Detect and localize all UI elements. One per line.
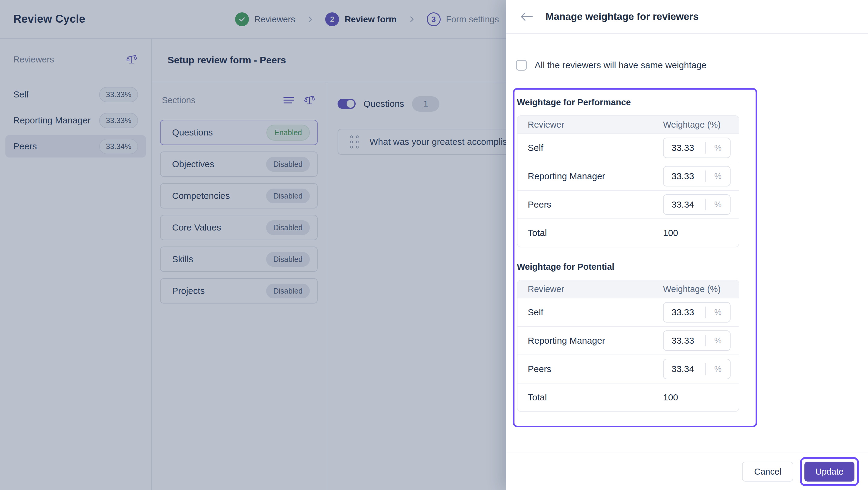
input-wrap: % (663, 302, 731, 322)
table-header-row: Reviewer Weightage (%) (518, 116, 739, 133)
row-label: Reporting Manager (518, 336, 663, 346)
update-button[interactable]: Update (804, 462, 855, 482)
app-root: Review Cycle Reviewers 2 Review form 3 F… (0, 0, 868, 490)
update-highlight-ring: Update (800, 457, 859, 486)
weightage-input-potential-self[interactable] (664, 307, 705, 318)
manage-weightage-drawer: Manage weightage for reviewers All the r… (506, 0, 868, 490)
table-row: Reporting Manager % (518, 162, 739, 190)
same-weightage-checkbox[interactable] (516, 60, 527, 70)
same-weightage-row: All the reviewers will have same weighta… (516, 60, 868, 70)
input-wrap: % (663, 330, 731, 351)
percent-suffix: % (706, 308, 730, 317)
percent-suffix: % (706, 365, 730, 374)
row-label: Self (518, 307, 663, 317)
percent-suffix: % (706, 336, 730, 345)
weightage-input-performance-peers[interactable] (664, 199, 705, 210)
weightage-input-performance-self[interactable] (664, 142, 705, 153)
weightage-table: Reviewer Weightage (%) Self % Reporting … (517, 280, 739, 412)
table-total-row: Total 100 (518, 219, 739, 247)
table-row: Self % (518, 298, 739, 326)
same-weightage-label: All the reviewers will have same weighta… (535, 60, 707, 70)
table-row: Peers % (518, 190, 739, 219)
input-wrap: % (663, 194, 731, 215)
potential-weightage-block: Weightage for Potential Reviewer Weighta… (517, 262, 755, 412)
back-arrow-icon[interactable] (520, 11, 533, 22)
drawer-footer: Cancel Update (506, 453, 868, 490)
block-title: Weightage for Potential (517, 262, 755, 272)
drawer-body: All the reviewers will have same weighta… (506, 60, 868, 427)
column-header: Reviewer (518, 284, 663, 294)
input-wrap: % (663, 138, 731, 158)
percent-suffix: % (706, 172, 730, 181)
weightage-input-potential-reporting-manager[interactable] (664, 335, 705, 346)
weightage-table: Reviewer Weightage (%) Self % Reporting … (517, 115, 739, 248)
row-label: Peers (518, 364, 663, 374)
percent-suffix: % (706, 200, 730, 209)
table-row: Self % (518, 133, 739, 162)
total-value: 100 (663, 392, 739, 403)
input-wrap: % (663, 166, 731, 186)
row-label: Self (518, 143, 663, 153)
column-header: Weightage (%) (663, 120, 739, 130)
performance-weightage-block: Weightage for Performance Reviewer Weigh… (517, 97, 755, 248)
weightage-highlight-box: Weightage for Performance Reviewer Weigh… (513, 88, 757, 427)
total-label: Total (518, 392, 663, 403)
total-label: Total (518, 228, 663, 238)
table-header-row: Reviewer Weightage (%) (518, 280, 739, 298)
row-label: Reporting Manager (518, 171, 663, 181)
total-value: 100 (663, 228, 739, 238)
input-wrap: % (663, 359, 731, 379)
weightage-input-performance-reporting-manager[interactable] (664, 171, 705, 182)
cancel-button[interactable]: Cancel (742, 462, 793, 482)
percent-suffix: % (706, 143, 730, 153)
table-total-row: Total 100 (518, 383, 739, 411)
table-row: Reporting Manager % (518, 326, 739, 354)
weightage-input-potential-peers[interactable] (664, 364, 705, 374)
table-row: Peers % (518, 354, 739, 383)
drawer-title: Manage weightage for reviewers (546, 11, 699, 22)
column-header: Weightage (%) (663, 284, 739, 294)
drawer-header: Manage weightage for reviewers (506, 0, 868, 34)
column-header: Reviewer (518, 120, 663, 130)
row-label: Peers (518, 199, 663, 210)
block-title: Weightage for Performance (517, 97, 755, 108)
